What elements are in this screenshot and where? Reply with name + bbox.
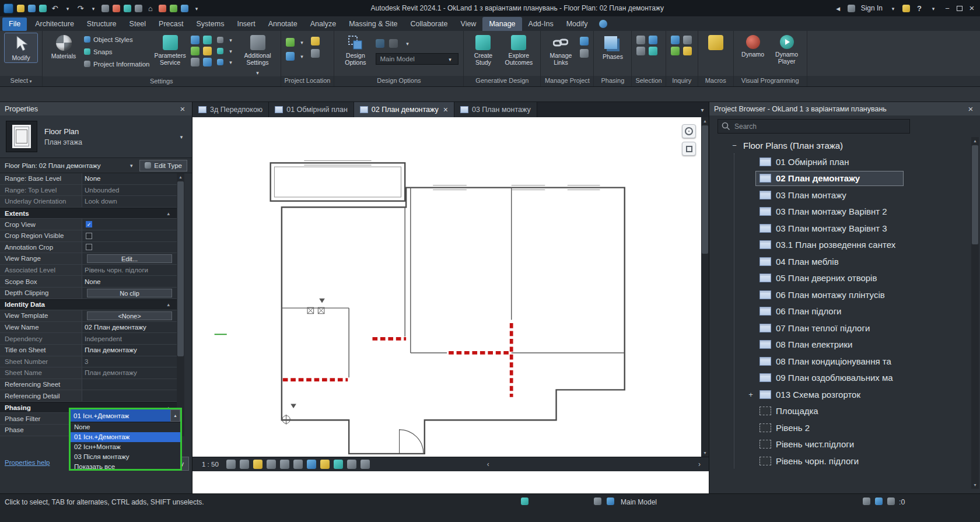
close-icon[interactable] <box>178 104 187 114</box>
search-input[interactable] <box>718 119 910 134</box>
ribbon-tab[interactable]: Add-Ins <box>522 17 560 31</box>
browser-item[interactable]: 05 План дверних отворів <box>709 270 980 287</box>
user-icon[interactable] <box>848 5 855 12</box>
browser-item[interactable]: 013 Схема розгорток <box>709 386 980 403</box>
select-by-id-icon[interactable] <box>683 36 692 44</box>
minimize-button[interactable] <box>943 4 952 13</box>
dynamo-player-button[interactable]: Dynamo Player <box>772 33 802 65</box>
ribbon-tab[interactable]: Analyze <box>304 17 342 31</box>
transfer-standards-icon[interactable] <box>203 47 212 55</box>
browser-item[interactable]: 09 План оздоблювальних ма <box>709 370 980 387</box>
checkbox[interactable] <box>86 221 92 227</box>
parameters-service-button[interactable]: Parameters Service <box>154 33 187 66</box>
worksets-icon[interactable] <box>594 498 601 505</box>
property-row[interactable]: Crop Region Visible <box>0 230 177 242</box>
scroll-down-icon[interactable] <box>971 481 979 489</box>
help-icon[interactable] <box>915 4 924 13</box>
exclude-options-icon[interactable] <box>863 498 870 505</box>
close-icon[interactable] <box>966 104 975 114</box>
revit-logo[interactable] <box>4 3 13 13</box>
properties-scrollbar[interactable] <box>177 173 184 436</box>
edit-type-button[interactable]: Edit Type <box>139 160 187 171</box>
property-row[interactable]: View Range Edit... <box>0 253 177 265</box>
property-value[interactable]: Unbounded <box>82 185 177 196</box>
ribbon-tab[interactable]: Collaborate <box>404 17 454 31</box>
browser-item[interactable]: 02 План демонтажу <box>709 170 980 187</box>
global-parameters-icon[interactable] <box>191 47 200 55</box>
property-value[interactable] <box>82 390 177 401</box>
browser-item[interactable]: 01 Обмірний план <box>709 153 980 170</box>
property-value[interactable] <box>82 379 177 390</box>
default-3d-view-icon[interactable] <box>146 4 155 13</box>
browser-item[interactable]: 07 План теплої підлоги <box>709 320 980 337</box>
property-value[interactable] <box>82 219 177 230</box>
property-value[interactable]: No clip <box>82 288 177 299</box>
property-value[interactable]: 3 <box>82 356 177 367</box>
scroll-up-icon[interactable] <box>701 117 709 125</box>
property-row[interactable]: Crop View <box>0 219 177 230</box>
section-icon[interactable] <box>159 5 166 12</box>
property-row[interactable]: Dependency Independent <box>0 333 177 345</box>
open-folder-icon[interactable] <box>17 5 24 12</box>
property-value[interactable]: Look down <box>82 196 177 207</box>
position-button[interactable] <box>286 51 307 61</box>
scrollbar-thumb[interactable] <box>702 125 708 254</box>
redo-icon[interactable] <box>76 4 85 13</box>
scroll-up-icon[interactable] <box>177 173 184 181</box>
press-drag-icon[interactable] <box>887 498 895 505</box>
panel-label-generative-design[interactable]: Generative Design <box>464 76 540 86</box>
thin-lines-icon[interactable] <box>170 5 177 12</box>
project-units-icon[interactable] <box>203 58 212 66</box>
browser-scrollbar[interactable] <box>971 137 979 489</box>
panel-label-project-location[interactable]: Project Location <box>281 76 334 86</box>
panel-label-macros[interactable]: Macros <box>698 76 733 86</box>
collapse-icon[interactable] <box>729 141 740 150</box>
property-value[interactable]: None <box>82 173 177 184</box>
panel-label-selection[interactable]: Selection <box>632 76 665 86</box>
object-styles-button[interactable]: Object Styles <box>84 33 150 45</box>
text-note-icon[interactable] <box>135 5 142 12</box>
sun-path-icon[interactable] <box>253 460 262 469</box>
drawing-canvas[interactable]: 1 : 50 <box>192 117 709 493</box>
ribbon-tab[interactable]: Structure <box>80 17 123 31</box>
checkbox[interactable] <box>86 244 92 250</box>
view-tab[interactable]: 02 План демонтажу <box>354 102 454 117</box>
properties-help-link[interactable]: Properties help <box>5 459 50 466</box>
property-row[interactable]: View Template <None> <box>0 310 177 322</box>
macro-manager-button[interactable] <box>703 33 729 50</box>
temporary-hide-isolate-icon[interactable] <box>307 460 316 469</box>
filter-icon[interactable] <box>875 498 883 505</box>
property-row[interactable]: Sheet Name План демонтажу <box>0 367 177 379</box>
measure-icon[interactable] <box>113 5 120 12</box>
property-row[interactable]: Range: Top Level Unbounded <box>0 185 177 197</box>
scroll-left-icon[interactable] <box>485 460 492 468</box>
property-value[interactable]: Independent <box>82 333 177 344</box>
phase-option[interactable]: 01 Існ.+Демонтаж <box>71 432 180 442</box>
worksharing-status-icon[interactable] <box>521 498 528 505</box>
review-warnings-icon[interactable] <box>683 47 692 55</box>
property-row[interactable]: Title on Sheet План демонтажу <box>0 345 177 356</box>
navigation-cube-icon[interactable] <box>682 142 696 156</box>
redo-chevron-icon[interactable] <box>89 3 98 13</box>
property-value[interactable]: None <box>82 276 177 287</box>
design-options-button[interactable]: Design Options <box>339 33 372 66</box>
manage-links-button[interactable]: Manage Links <box>545 33 576 66</box>
vertical-scrollbar[interactable] <box>701 117 709 457</box>
ribbon-tab[interactable]: Insert <box>230 17 261 31</box>
phases-button[interactable]: Phases <box>598 33 626 60</box>
steering-wheel-icon[interactable] <box>682 124 696 138</box>
additional-settings-button[interactable]: Additional Settings <box>240 33 276 78</box>
property-row[interactable]: Underlay Orientation Look down <box>0 196 177 208</box>
property-row[interactable]: Extents <box>0 208 177 219</box>
property-row[interactable]: Referencing Detail <box>0 390 177 402</box>
temporary-view-properties-icon[interactable] <box>334 460 343 469</box>
browser-item[interactable]: Рівень чист.підлоги <box>709 436 980 453</box>
starting-view-icon[interactable] <box>580 49 589 58</box>
manage-images-icon[interactable] <box>580 37 589 45</box>
browser-item[interactable]: 06 План підлоги <box>709 303 980 320</box>
load-selection-icon[interactable] <box>649 36 657 44</box>
scrollbar-thumb[interactable] <box>972 145 978 244</box>
ribbon-tab[interactable]: Manage <box>482 17 522 31</box>
property-row[interactable]: Associated Level Рівень чорн. підлоги <box>0 265 177 276</box>
restore-button[interactable] <box>957 6 963 11</box>
